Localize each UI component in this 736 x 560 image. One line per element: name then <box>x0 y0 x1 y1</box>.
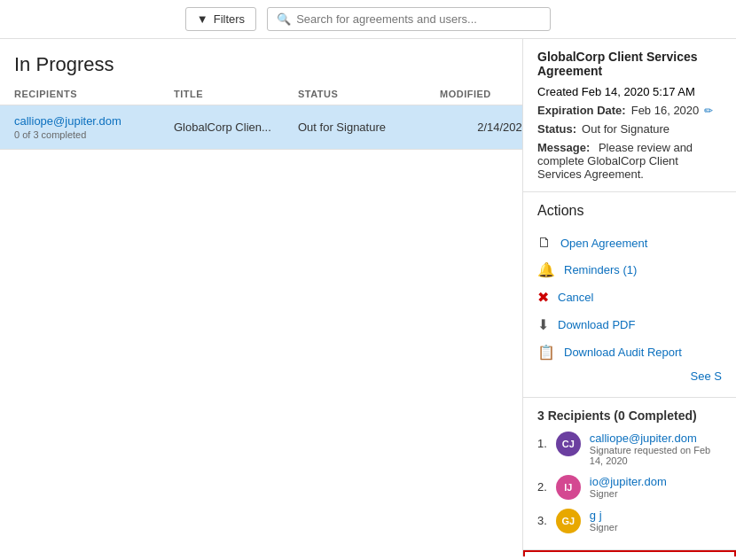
recipient-detail-3: Signer <box>590 522 618 533</box>
message-label: Message: <box>537 141 590 154</box>
col-title: TITLE <box>174 89 298 99</box>
created-value: Created Feb 14, 2020 5:17 AM <box>537 85 695 98</box>
main-content: In Progress RECIPIENTS TITLE STATUS MODI… <box>0 39 736 556</box>
cancel-icon: ✖ <box>537 289 549 306</box>
avatar-3: GJ <box>556 509 581 533</box>
edit-expiration-icon[interactable]: ✏ <box>704 105 713 117</box>
left-panel: In Progress RECIPIENTS TITLE STATUS MODI… <box>0 39 523 556</box>
created-field: Created Feb 14, 2020 5:17 AM <box>537 85 722 98</box>
download-pdf-label: Download PDF <box>558 318 635 331</box>
col-status: STATUS <box>298 89 440 99</box>
recipient-info-2: io@jupiter.dom Signer <box>590 475 667 499</box>
recipients-title: 3 Recipients (0 Completed) <box>537 408 722 423</box>
open-agreement-action[interactable]: 🗋 Open Agreement <box>537 229 722 256</box>
reminders-label: Reminders (1) <box>564 263 637 276</box>
expiration-value: Feb 16, 2020 <box>631 104 700 117</box>
recipient-info-1: calliope@jupiter.dom Signature requested… <box>590 432 722 466</box>
row-modified: 2/14/2020 <box>440 114 523 140</box>
download-audit-label: Download Audit Report <box>564 346 682 359</box>
recipients-section: 3 Recipients (0 Completed) 1. CJ calliop… <box>523 398 736 550</box>
filter-icon: ▼ <box>197 12 208 26</box>
expiration-label: Expiration Date: <box>537 104 626 117</box>
detail-header: GlobalCorp Client Services Agreement Cre… <box>523 39 736 192</box>
open-agreement-label: Open Agreement <box>560 237 647 250</box>
download-audit-action[interactable]: 📋 Download Audit Report <box>537 338 722 366</box>
recipient-number-2: 2. <box>537 480 547 494</box>
avatar-1: CJ <box>556 432 581 456</box>
recipient-cell: calliope@jupiter.dom 0 of 3 completed <box>14 114 174 140</box>
download-pdf-icon: ⬇ <box>537 316 549 333</box>
row-title: GlobalCorp Clien... <box>174 114 298 140</box>
recipient-name-2: io@jupiter.dom <box>590 475 667 488</box>
expiration-field: Expiration Date: Feb 16, 2020 ✏ <box>537 104 722 117</box>
recipient-row-3: 3. GJ g j Signer <box>537 509 722 533</box>
right-panel: GlobalCorp Client Services Agreement Cre… <box>523 39 736 556</box>
message-field: Message: Please review and complete Glob… <box>537 141 722 181</box>
search-icon: 🔍 <box>277 12 291 26</box>
recipient-number-3: 3. <box>537 514 547 527</box>
avatar-2: IJ <box>556 475 581 500</box>
activity-bar[interactable]: › Activity <box>523 550 736 556</box>
recipient-row-2: 2. IJ io@jupiter.dom Signer <box>537 475 722 500</box>
see-more-link[interactable]: See S <box>537 366 722 386</box>
table-row[interactable]: calliope@jupiter.dom 0 of 3 completed Gl… <box>0 105 522 150</box>
download-audit-icon: 📋 <box>537 344 555 361</box>
open-agreement-icon: 🗋 <box>537 235 552 251</box>
download-pdf-action[interactable]: ⬇ Download PDF <box>537 311 722 338</box>
recipient-row-1: 1. CJ calliope@jupiter.dom Signature req… <box>537 432 722 466</box>
detail-title: GlobalCorp Client Services Agreement <box>537 50 722 78</box>
recipient-email: calliope@jupiter.dom <box>14 114 174 128</box>
reminders-action[interactable]: 🔔 Reminders (1) <box>537 256 722 284</box>
recipient-detail-1: Signature requested on Feb 14, 2020 <box>590 445 722 466</box>
recipient-name-1: calliope@jupiter.dom <box>590 432 722 445</box>
recipient-info-3: g j Signer <box>590 509 618 533</box>
status-value: Out for Signature <box>582 122 669 136</box>
cancel-label: Cancel <box>558 291 593 304</box>
col-recipients: RECIPIENTS <box>14 89 174 99</box>
filter-button[interactable]: ▼ Filters <box>185 7 256 31</box>
recipient-name-3: g j <box>590 509 618 522</box>
row-status: Out for Signature <box>298 114 440 140</box>
top-bar: ▼ Filters 🔍 <box>0 0 736 39</box>
table-header: RECIPIENTS TITLE STATUS MODIFIED <box>0 83 522 105</box>
recipient-sub: 0 of 3 completed <box>14 129 174 140</box>
reminders-icon: 🔔 <box>537 261 555 278</box>
search-input[interactable] <box>296 12 541 26</box>
actions-section: Actions 🗋 Open Agreement 🔔 Reminders (1)… <box>523 192 736 398</box>
actions-title: Actions <box>537 203 722 219</box>
col-modified: MODIFIED <box>440 89 523 99</box>
filter-label: Filters <box>214 12 245 26</box>
recipient-detail-2: Signer <box>590 488 667 499</box>
search-bar: 🔍 <box>267 7 551 31</box>
page-title: In Progress <box>0 39 522 83</box>
status-field: Status: Out for Signature <box>537 122 722 136</box>
recipient-number-1: 1. <box>537 437 547 450</box>
cancel-action[interactable]: ✖ Cancel <box>537 284 722 311</box>
status-label: Status: <box>537 122 576 136</box>
